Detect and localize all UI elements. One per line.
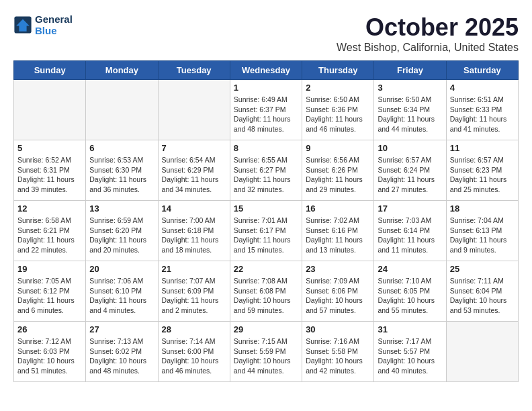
calendar-day-1: 1Sunrise: 6:49 AM Sunset: 6:37 PM Daylig… [230,80,302,140]
title-block: October 2025 West Bishop, California, Un… [337,13,519,54]
day-detail: Sunrise: 7:11 AM Sunset: 6:04 PM Dayligh… [450,276,515,316]
day-detail: Sunrise: 6:57 AM Sunset: 6:24 PM Dayligh… [378,155,442,195]
calendar-day-15: 15Sunrise: 7:01 AM Sunset: 6:17 PM Dayli… [230,201,302,261]
day-detail: Sunrise: 7:07 AM Sunset: 6:09 PM Dayligh… [162,276,226,316]
calendar-week-1: 1Sunrise: 6:49 AM Sunset: 6:37 PM Daylig… [14,80,519,140]
calendar-header-row: SundayMondayTuesdayWednesdayThursdayFrid… [14,61,519,80]
calendar-day-11: 11Sunrise: 6:57 AM Sunset: 6:23 PM Dayli… [446,140,518,201]
col-header-saturday: Saturday [446,61,518,80]
day-number: 14 [162,203,226,214]
calendar-day-12: 12Sunrise: 6:58 AM Sunset: 6:21 PM Dayli… [14,201,86,261]
day-detail: Sunrise: 7:14 AM Sunset: 6:00 PM Dayligh… [162,336,226,376]
day-detail: Sunrise: 7:04 AM Sunset: 6:13 PM Dayligh… [450,216,515,255]
col-header-monday: Monday [86,61,158,80]
calendar-day-28: 28Sunrise: 7:14 AM Sunset: 6:00 PM Dayli… [158,322,230,382]
calendar-day-17: 17Sunrise: 7:03 AM Sunset: 6:14 PM Dayli… [374,201,446,261]
day-number: 30 [306,324,370,334]
calendar-day-29: 29Sunrise: 7:15 AM Sunset: 5:59 PM Dayli… [230,322,302,382]
day-detail: Sunrise: 7:02 AM Sunset: 6:16 PM Dayligh… [306,216,370,255]
day-detail: Sunrise: 6:51 AM Sunset: 6:33 PM Dayligh… [450,95,515,134]
day-number: 6 [89,143,154,153]
day-number: 31 [378,324,442,334]
day-detail: Sunrise: 7:15 AM Sunset: 5:59 PM Dayligh… [234,336,298,376]
logo-icon [13,15,32,34]
calendar-table: SundayMondayTuesdayWednesdayThursdayFrid… [13,60,519,382]
day-detail: Sunrise: 7:06 AM Sunset: 6:10 PM Dayligh… [89,276,154,316]
month-title: October 2025 [337,13,519,42]
day-number: 2 [306,83,370,93]
calendar-day-4: 4Sunrise: 6:51 AM Sunset: 6:33 PM Daylig… [446,80,518,140]
day-number: 15 [234,203,298,214]
day-detail: Sunrise: 6:55 AM Sunset: 6:27 PM Dayligh… [234,155,298,195]
logo: General Blue [13,13,73,36]
logo-text: General Blue [35,13,73,36]
day-number: 26 [17,324,82,334]
col-header-sunday: Sunday [14,61,86,80]
calendar-day-27: 27Sunrise: 7:13 AM Sunset: 6:02 PM Dayli… [86,322,158,382]
day-detail: Sunrise: 6:59 AM Sunset: 6:20 PM Dayligh… [89,216,154,255]
calendar-empty [14,80,86,140]
calendar-week-5: 26Sunrise: 7:12 AM Sunset: 6:03 PM Dayli… [14,322,519,382]
day-number: 1 [234,83,298,93]
day-number: 18 [450,203,515,214]
day-number: 19 [17,264,82,274]
calendar-day-23: 23Sunrise: 7:09 AM Sunset: 6:06 PM Dayli… [302,261,374,322]
calendar-day-24: 24Sunrise: 7:10 AM Sunset: 6:05 PM Dayli… [374,261,446,322]
day-number: 3 [378,83,442,93]
calendar-day-26: 26Sunrise: 7:12 AM Sunset: 6:03 PM Dayli… [14,322,86,382]
calendar-day-2: 2Sunrise: 6:50 AM Sunset: 6:36 PM Daylig… [302,80,374,140]
calendar-empty [158,80,230,140]
day-number: 7 [162,143,226,153]
calendar-day-22: 22Sunrise: 7:08 AM Sunset: 6:08 PM Dayli… [230,261,302,322]
calendar-week-3: 12Sunrise: 6:58 AM Sunset: 6:21 PM Dayli… [14,201,519,261]
calendar-day-20: 20Sunrise: 7:06 AM Sunset: 6:10 PM Dayli… [86,261,158,322]
day-number: 13 [89,203,154,214]
day-detail: Sunrise: 6:56 AM Sunset: 6:26 PM Dayligh… [306,155,370,195]
day-number: 25 [450,264,515,274]
day-number: 29 [234,324,298,334]
day-detail: Sunrise: 7:05 AM Sunset: 6:12 PM Dayligh… [17,276,82,316]
calendar-day-9: 9Sunrise: 6:56 AM Sunset: 6:26 PM Daylig… [302,140,374,201]
day-detail: Sunrise: 6:57 AM Sunset: 6:23 PM Dayligh… [450,155,515,195]
col-header-thursday: Thursday [302,61,374,80]
calendar-day-7: 7Sunrise: 6:54 AM Sunset: 6:29 PM Daylig… [158,140,230,201]
calendar-week-4: 19Sunrise: 7:05 AM Sunset: 6:12 PM Dayli… [14,261,519,322]
col-header-wednesday: Wednesday [230,61,302,80]
day-number: 11 [450,143,515,153]
day-detail: Sunrise: 6:50 AM Sunset: 6:34 PM Dayligh… [378,95,442,134]
page-header: General Blue October 2025 West Bishop, C… [13,13,519,54]
day-detail: Sunrise: 6:53 AM Sunset: 6:30 PM Dayligh… [89,155,154,195]
day-detail: Sunrise: 7:01 AM Sunset: 6:17 PM Dayligh… [234,216,298,255]
calendar-day-5: 5Sunrise: 6:52 AM Sunset: 6:31 PM Daylig… [14,140,86,201]
calendar-day-13: 13Sunrise: 6:59 AM Sunset: 6:20 PM Dayli… [86,201,158,261]
day-number: 8 [234,143,298,153]
day-number: 10 [378,143,442,153]
day-number: 21 [162,264,226,274]
day-number: 27 [89,324,154,334]
day-detail: Sunrise: 6:49 AM Sunset: 6:37 PM Dayligh… [234,95,298,134]
calendar-empty [446,322,518,382]
calendar-day-16: 16Sunrise: 7:02 AM Sunset: 6:16 PM Dayli… [302,201,374,261]
day-detail: Sunrise: 6:54 AM Sunset: 6:29 PM Dayligh… [162,155,226,195]
day-detail: Sunrise: 7:17 AM Sunset: 5:57 PM Dayligh… [378,336,442,376]
calendar-empty [86,80,158,140]
day-number: 23 [306,264,370,274]
calendar-day-3: 3Sunrise: 6:50 AM Sunset: 6:34 PM Daylig… [374,80,446,140]
col-header-tuesday: Tuesday [158,61,230,80]
calendar-day-31: 31Sunrise: 7:17 AM Sunset: 5:57 PM Dayli… [374,322,446,382]
day-number: 28 [162,324,226,334]
day-number: 17 [378,203,442,214]
calendar-day-19: 19Sunrise: 7:05 AM Sunset: 6:12 PM Dayli… [14,261,86,322]
day-detail: Sunrise: 7:16 AM Sunset: 5:58 PM Dayligh… [306,336,370,376]
calendar-day-8: 8Sunrise: 6:55 AM Sunset: 6:27 PM Daylig… [230,140,302,201]
calendar-day-30: 30Sunrise: 7:16 AM Sunset: 5:58 PM Dayli… [302,322,374,382]
day-detail: Sunrise: 7:12 AM Sunset: 6:03 PM Dayligh… [17,336,82,376]
day-detail: Sunrise: 6:50 AM Sunset: 6:36 PM Dayligh… [306,95,370,134]
day-detail: Sunrise: 7:09 AM Sunset: 6:06 PM Dayligh… [306,276,370,316]
day-detail: Sunrise: 7:13 AM Sunset: 6:02 PM Dayligh… [89,336,154,376]
day-detail: Sunrise: 7:00 AM Sunset: 6:18 PM Dayligh… [162,216,226,255]
calendar-week-2: 5Sunrise: 6:52 AM Sunset: 6:31 PM Daylig… [14,140,519,201]
day-number: 9 [306,143,370,153]
day-number: 20 [89,264,154,274]
calendar-day-25: 25Sunrise: 7:11 AM Sunset: 6:04 PM Dayli… [446,261,518,322]
